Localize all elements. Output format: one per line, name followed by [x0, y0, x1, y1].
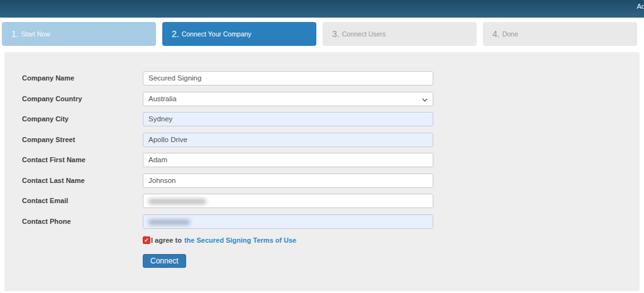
form-row: Contact Email: [0, 194, 644, 208]
redacted-email-value: [148, 199, 206, 204]
checkmark-icon: ✓: [144, 237, 149, 243]
contact-phone-label: Contact Phone: [22, 214, 138, 229]
contact-first-name-label: Contact First Name: [22, 153, 138, 167]
redacted-phone-value: [148, 219, 190, 225]
step-connect-your-company[interactable]: 2. Connect Your Company: [162, 22, 316, 46]
contact-last-name-label: Contact Last Name: [22, 174, 138, 188]
form-row: Company Name Secured Signing: [0, 71, 644, 86]
navbar-right-text[interactable]: Ad: [637, 3, 644, 10]
chevron-down-icon: [422, 98, 428, 102]
step-number: 4.: [492, 29, 500, 39]
terms-checkbox[interactable]: ✓: [143, 236, 150, 244]
contact-email-label: Contact Email: [22, 194, 138, 208]
terms-of-use-link[interactable]: the Secured Signing Terms of Use: [184, 236, 296, 244]
step-number: 3.: [332, 29, 340, 39]
step-label: Connect Users: [342, 30, 386, 38]
company-name-label: Company Name: [22, 71, 138, 86]
step-connect-users[interactable]: 3. Connect Users: [323, 22, 477, 46]
top-navbar: Ad: [0, 0, 644, 18]
agree-text: I agree to: [151, 236, 182, 244]
connect-button[interactable]: Connect: [143, 254, 186, 268]
form-row: Company Street Apollo Drive: [0, 133, 644, 147]
contact-last-name-value: Johnson: [148, 177, 175, 184]
step-label: Start Now: [21, 30, 50, 38]
company-street-value: Apollo Drive: [148, 136, 187, 143]
company-street-input[interactable]: Apollo Drive: [143, 133, 433, 147]
contact-email-input[interactable]: [143, 194, 433, 208]
step-number: 2.: [172, 29, 179, 39]
company-country-label: Company Country: [22, 92, 138, 106]
company-city-label: Company City: [22, 112, 138, 126]
form-row: Company Country Australia: [0, 92, 644, 106]
company-country-select[interactable]: Australia: [143, 92, 433, 106]
company-name-input[interactable]: Secured Signing: [143, 71, 433, 86]
company-city-input[interactable]: Sydney: [143, 112, 433, 126]
contact-last-name-input[interactable]: Johnson: [143, 174, 433, 188]
company-city-value: Sydney: [148, 115, 172, 123]
step-start-now[interactable]: 1. Start Now: [2, 22, 156, 46]
terms-agreement-row: ✓ I agree to the Secured Signing Terms o…: [143, 236, 296, 245]
contact-phone-input[interactable]: [143, 214, 433, 229]
company-country-value: Australia: [148, 95, 177, 102]
company-street-label: Company Street: [22, 133, 138, 147]
contact-first-name-value: Adam: [148, 156, 167, 163]
form-row: Contact First Name Adam: [0, 153, 644, 167]
form-row: Contact Last Name Johnson: [0, 174, 644, 188]
form-row: Contact Phone: [0, 214, 644, 229]
contact-first-name-input[interactable]: Adam: [143, 153, 433, 167]
company-name-value: Secured Signing: [148, 74, 201, 82]
form-row: Company City Sydney: [0, 112, 644, 126]
step-label: Done: [502, 30, 518, 38]
step-done[interactable]: 4. Done: [483, 22, 637, 46]
step-number: 1.: [11, 29, 19, 39]
step-label: Connect Your Company: [182, 30, 252, 38]
form-card: [4, 52, 640, 291]
